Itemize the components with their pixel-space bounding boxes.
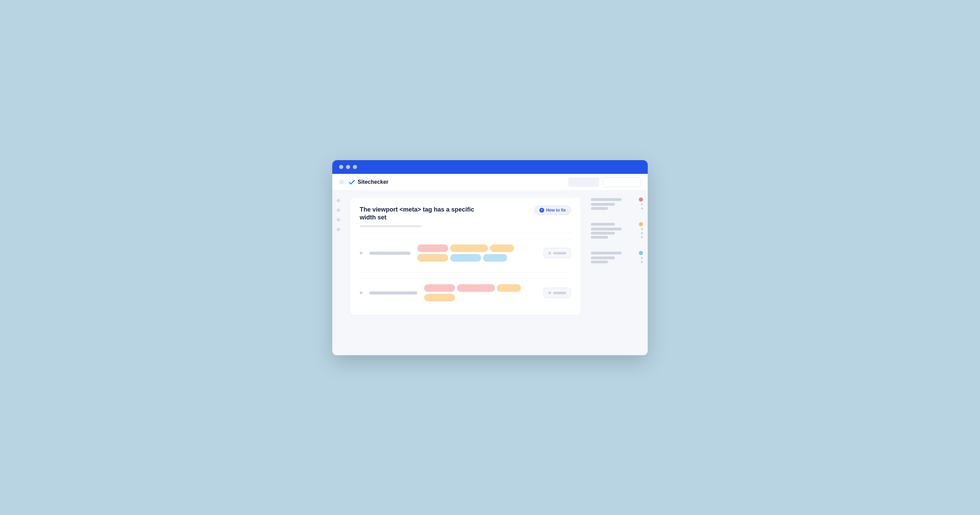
how-to-fix-label: How to fix — [546, 208, 566, 213]
how-to-fix-button[interactable]: ? How to fix — [534, 206, 571, 215]
sr-mini-dot-4 — [641, 232, 643, 234]
sr-bar-8 — [591, 252, 622, 254]
sr-row-5 — [591, 228, 643, 230]
tag-pink-1 — [417, 245, 448, 252]
sr-section-3 — [591, 251, 643, 265]
row-icon-2 — [360, 291, 363, 294]
toolbar-circle — [339, 180, 344, 184]
sidebar-dot-3 — [337, 218, 340, 221]
card-title: The viewport <meta> tag has a specific w… — [360, 206, 487, 222]
sr-section-1 — [591, 197, 643, 211]
tag-pink-3 — [457, 284, 495, 292]
sr-dot-red — [639, 197, 643, 202]
main-content: The viewport <meta> tag has a specific w… — [345, 191, 586, 355]
tag-orange-3 — [417, 254, 448, 262]
question-icon: ? — [539, 208, 544, 213]
sr-dot-orange — [639, 222, 643, 226]
toolbar-button-2[interactable] — [603, 177, 641, 187]
row-label-1 — [369, 252, 410, 255]
sr-row-3 — [591, 207, 643, 210]
sidebar-right — [586, 191, 648, 355]
tags-area-1 — [417, 245, 537, 262]
traffic-light-1 — [339, 165, 343, 169]
sr-row-10 — [591, 261, 643, 263]
logo-icon — [348, 178, 356, 186]
sr-bar-7 — [591, 236, 608, 238]
sr-bar-6 — [591, 232, 615, 235]
sr-dot-blue — [639, 251, 643, 255]
sr-mini-dot-1 — [641, 203, 643, 205]
tag-orange-1 — [450, 245, 488, 252]
sr-row-2 — [591, 203, 643, 206]
sr-bar-10 — [591, 261, 608, 263]
sr-mini-dots-3 — [641, 228, 643, 230]
tags-area-2 — [424, 284, 537, 301]
sr-bar-4 — [591, 223, 615, 226]
sr-section-2 — [591, 222, 643, 240]
action-btn-bar-2 — [553, 292, 566, 294]
sr-mini-dots-7 — [641, 261, 643, 263]
sr-mini-dots-2 — [641, 207, 643, 210]
sr-row-6 — [591, 232, 643, 235]
sr-mini-dot-3 — [641, 228, 643, 230]
tag-orange-4 — [497, 284, 521, 292]
tag-blue-2 — [483, 254, 507, 262]
row-label-2 — [369, 291, 417, 294]
toolbar-logo: Sitechecker — [348, 178, 388, 186]
action-btn-dot-1 — [548, 252, 551, 254]
browser-titlebar — [332, 160, 648, 174]
toolbar-button-1[interactable] — [568, 177, 599, 187]
sr-mini-dot-2 — [641, 207, 643, 210]
row-icon-1 — [360, 252, 363, 254]
sr-mini-dot-6 — [641, 257, 643, 259]
traffic-light-3 — [353, 165, 357, 169]
tag-orange-2 — [490, 245, 514, 252]
row-action-btn-2[interactable] — [544, 288, 571, 298]
sr-row-1 — [591, 197, 643, 202]
data-row-1 — [360, 238, 571, 267]
sidebar-dot-1 — [337, 199, 340, 202]
sr-mini-dot-5 — [641, 236, 643, 238]
row-action-btn-1[interactable] — [544, 248, 571, 258]
sr-mini-dots-1 — [641, 203, 643, 205]
action-btn-dot-2 — [548, 291, 551, 294]
tag-orange-5 — [424, 294, 455, 301]
traffic-light-2 — [346, 165, 350, 169]
divider-1 — [360, 233, 571, 233]
sr-row-7 — [591, 236, 643, 238]
sidebar-left — [332, 191, 345, 355]
action-btn-bar-1 — [553, 252, 566, 254]
sr-bar-1 — [591, 198, 622, 201]
sr-bar-9 — [591, 256, 615, 259]
sr-mini-dots-6 — [641, 257, 643, 259]
sr-mini-dots-4 — [641, 232, 643, 234]
sidebar-dot-4 — [337, 228, 340, 231]
sr-mini-dot-7 — [641, 261, 643, 263]
sidebar-dot-2 — [337, 208, 340, 212]
sr-bar-3 — [591, 207, 608, 210]
sr-row-8 — [591, 251, 643, 255]
sr-row-4 — [591, 222, 643, 226]
logo-text: Sitechecker — [358, 179, 388, 185]
divider-2 — [360, 273, 571, 273]
main-card: The viewport <meta> tag has a specific w… — [350, 197, 581, 315]
sr-bar-2 — [591, 203, 615, 206]
sr-mini-dots-5 — [641, 236, 643, 238]
browser-window: Sitechecker The viewport <meta> tag has … — [332, 160, 648, 355]
browser-toolbar: Sitechecker — [332, 174, 648, 191]
card-subtitle-bar — [360, 225, 422, 227]
browser-body: The viewport <meta> tag has a specific w… — [332, 191, 648, 355]
tag-pink-2 — [424, 284, 455, 292]
data-row-2 — [360, 278, 571, 307]
sr-row-9 — [591, 256, 643, 259]
card-header: The viewport <meta> tag has a specific w… — [360, 206, 571, 222]
tag-blue-1 — [450, 254, 481, 262]
sr-bar-5 — [591, 228, 622, 230]
